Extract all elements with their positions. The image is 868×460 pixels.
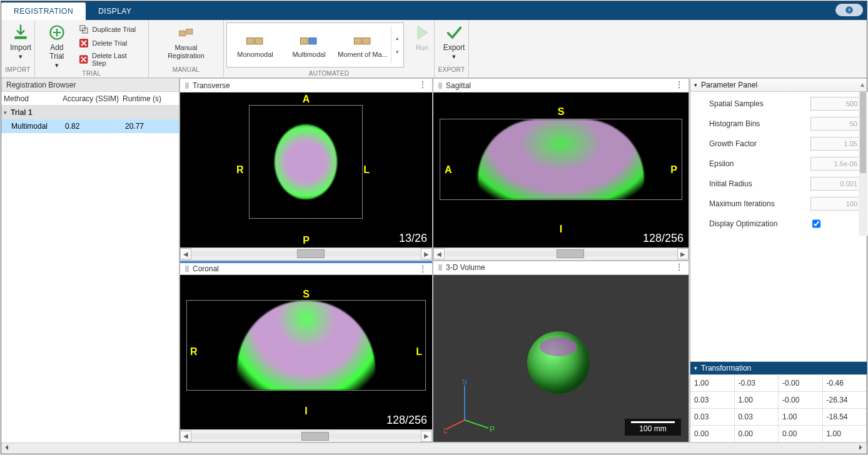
- group-label-export: EXPORT: [435, 66, 468, 78]
- parameter-panel-header[interactable]: Parameter Panel: [690, 78, 867, 92]
- view-grid: Transverse⋮ A P R L 13/26 ◀▶ Sagittal⋮: [179, 78, 690, 442]
- view-title-sagittal: Sagittal: [446, 81, 471, 90]
- import-button[interactable]: Import▾: [5, 22, 36, 61]
- svg-rect-9: [186, 29, 193, 34]
- svg-rect-13: [309, 38, 316, 44]
- tab-display[interactable]: DISPLAY: [86, 2, 144, 20]
- add-trial-button[interactable]: Add Trial▾: [39, 22, 75, 70]
- slice-counter-coronal: 128/256: [386, 414, 427, 427]
- duplicate-trial-button[interactable]: Duplicate Trial: [78, 24, 142, 35]
- svg-rect-12: [300, 38, 308, 44]
- trial-item[interactable]: Multimodal 0.82 20.77: [1, 119, 179, 133]
- scroll-right-icon[interactable]: ⏵: [857, 443, 864, 454]
- svg-rect-2: [14, 36, 26, 39]
- boxes-color-icon: [298, 32, 320, 48]
- view-menu-3d[interactable]: ⋮: [675, 262, 684, 271]
- gallery-dropdown[interactable]: ▴▾: [391, 26, 402, 64]
- check-icon: [445, 24, 463, 41]
- manual-registration-button[interactable]: Manual Registration: [153, 22, 220, 61]
- main-tabstrip: REGISTRATION DISPLAY ?: [1, 1, 867, 20]
- sagittal-view[interactable]: S I A P 128/256: [433, 92, 689, 248]
- view-menu-sagittal[interactable]: ⋮: [675, 80, 684, 89]
- params-scrollbar[interactable]: [859, 92, 867, 236]
- svg-rect-14: [354, 38, 361, 44]
- delete-last-step-button[interactable]: Delete Last Step: [78, 51, 142, 68]
- svg-rect-10: [246, 38, 254, 44]
- display-optimization-checkbox[interactable]: [812, 217, 820, 231]
- multimodal-button[interactable]: Multimodal: [282, 24, 336, 66]
- browser-columns: Method Accuracy (SSIM) Runtime (s): [1, 92, 179, 106]
- status-bar: ⏴ ⏵: [1, 442, 867, 454]
- histogram-bins-input[interactable]: [810, 117, 862, 131]
- svg-rect-15: [363, 38, 370, 44]
- view-title-coronal: Coronal: [193, 264, 219, 273]
- svg-text:?: ?: [848, 8, 850, 12]
- help-button[interactable]: ?: [835, 4, 863, 16]
- initial-radius-input[interactable]: [810, 177, 862, 191]
- svg-line-17: [446, 420, 465, 429]
- group-label-automated: AUTOMATED: [224, 70, 434, 78]
- slice-counter-transverse: 13/26: [399, 232, 427, 245]
- view-title-3d: 3-D Volume: [446, 263, 485, 272]
- registration-browser-panel: Registration Browser Method Accuracy (SS…: [1, 78, 179, 442]
- slice-slider-transverse[interactable]: ◀▶: [180, 248, 432, 260]
- growth-factor-input[interactable]: [810, 137, 862, 151]
- scroll-left-icon[interactable]: ⏴: [4, 443, 11, 454]
- boxes-icon: [245, 32, 266, 48]
- volume-view[interactable]: S L P 100 mm: [433, 275, 689, 442]
- svg-rect-11: [255, 38, 263, 44]
- boxes-icon: [178, 24, 195, 41]
- parameter-panel: Spatial Samples Histogram Bins Growth Fa…: [690, 92, 867, 236]
- epsilon-input[interactable]: [810, 157, 862, 171]
- view-title-transverse: Transverse: [193, 81, 230, 90]
- delete-step-icon: [79, 54, 88, 64]
- browser-title: Registration Browser: [1, 78, 179, 92]
- transformation-header[interactable]: Transformation: [690, 361, 867, 375]
- transverse-view[interactable]: A P R L 13/26: [180, 92, 432, 248]
- svg-line-18: [465, 420, 488, 428]
- automated-gallery: Monomodal Multimodal Moment of Ma... ▴▾: [226, 22, 404, 68]
- group-label-manual: MANUAL: [149, 66, 223, 78]
- delete-trial-button[interactable]: Delete Trial: [78, 38, 142, 49]
- view-menu-coronal[interactable]: ⋮: [419, 264, 427, 273]
- group-label-trial: TRIAL: [35, 70, 148, 78]
- group-label-import: IMPORT: [1, 66, 34, 78]
- moment-of-mass-button[interactable]: Moment of Ma...: [336, 24, 390, 66]
- transformation-matrix: 1.00-0.03-0.00-0.46 0.031.00-0.00-26.34 …: [690, 375, 867, 442]
- axis-gizmo-icon: S L P: [440, 379, 496, 436]
- run-button[interactable]: Run: [406, 22, 438, 53]
- view-menu-transverse[interactable]: ⋮: [419, 80, 427, 89]
- svg-text:L: L: [443, 426, 448, 435]
- right-panel: Parameter Panel Spatial Samples Histogra…: [690, 78, 867, 442]
- delete-icon: [79, 38, 89, 48]
- collapse-toolstrip-icon[interactable]: ▴: [860, 80, 864, 89]
- svg-text:P: P: [490, 425, 495, 434]
- max-iterations-input[interactable]: [810, 197, 862, 211]
- export-button[interactable]: Export▾: [438, 22, 470, 61]
- coronal-view[interactable]: S I R L 128/256: [180, 275, 432, 430]
- plus-circle-icon: [48, 24, 66, 41]
- play-icon: [413, 24, 431, 41]
- svg-rect-8: [179, 31, 185, 36]
- scale-bar: 100 mm: [625, 419, 681, 436]
- toolstrip: Import▾ IMPORT Add Trial▾ Duplicate Tria…: [1, 20, 867, 78]
- slice-slider-coronal[interactable]: ◀▶: [180, 429, 432, 442]
- duplicate-icon: [79, 24, 89, 34]
- monomodal-button[interactable]: Monomodal: [228, 24, 282, 66]
- import-icon: [12, 24, 29, 41]
- tab-registration[interactable]: REGISTRATION: [1, 2, 86, 20]
- svg-text:S: S: [462, 379, 467, 386]
- trial-group[interactable]: Trial 1: [1, 106, 179, 119]
- slice-slider-sagittal[interactable]: ◀▶: [433, 248, 689, 260]
- slice-counter-sagittal: 128/256: [643, 232, 684, 245]
- boxes-icon: [352, 32, 373, 48]
- spatial-samples-input[interactable]: [810, 97, 862, 111]
